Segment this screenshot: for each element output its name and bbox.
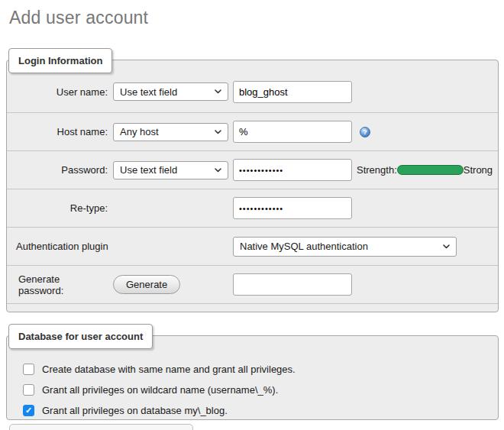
help-icon[interactable]: ?	[360, 127, 370, 137]
login-information-legend: Login Information	[8, 48, 112, 73]
next-section-legend-partial	[9, 424, 193, 430]
hostname-type-select-value: Any host	[120, 126, 159, 137]
retype-password-input[interactable]	[233, 197, 352, 219]
password-type-select[interactable]: Use text field	[113, 161, 228, 179]
chevron-down-icon	[215, 89, 221, 94]
database-for-user-account-legend: Database for user account	[8, 324, 153, 349]
create-database-label: Create database with same name and grant…	[42, 364, 296, 375]
generate-password-row: Generate password: Generate	[7, 266, 498, 304]
login-information-fieldset: Login Information User name: Use text fi…	[6, 60, 499, 312]
password-strength: Strength: Strong	[357, 164, 493, 176]
auth-plugin-label: Authentication plugin	[7, 241, 108, 252]
database-for-user-account-fieldset: Database for user account ✓ Create datab…	[6, 335, 499, 420]
strength-value: Strong	[464, 164, 493, 176]
chevron-down-icon	[215, 168, 221, 173]
auth-plugin-select-value: Native MySQL authentication	[240, 241, 368, 252]
hostname-input[interactable]	[233, 121, 352, 143]
generate-button[interactable]: Generate	[113, 275, 180, 294]
checkmark-icon: ✓	[25, 406, 32, 415]
wildcard-grant-label: Grant all privileges on wildcard name (u…	[42, 384, 278, 396]
generate-password-label: Generate password:	[7, 273, 108, 296]
hostname-row: Host name: Any host ?	[7, 113, 498, 151]
hostname-label: Host name:	[7, 126, 108, 137]
password-input[interactable]	[233, 159, 352, 181]
grant-database-label: Grant all privileges on database my\_blo…	[42, 405, 228, 416]
username-row: User name: Use text field	[7, 71, 498, 113]
retype-label: Re-type:	[7, 202, 108, 214]
retype-row: Re-type:	[7, 189, 498, 228]
hostname-type-select[interactable]: Any host	[113, 123, 228, 141]
wildcard-grant-option[interactable]: ✓ Grant all privileges on wildcard name …	[7, 380, 498, 400]
password-type-select-value: Use text field	[120, 164, 177, 176]
wildcard-grant-checkbox[interactable]: ✓	[23, 384, 34, 396]
help-glyph: ?	[363, 128, 367, 136]
create-database-checkbox[interactable]: ✓	[23, 364, 34, 375]
page-title: Add user account	[9, 0, 504, 28]
password-label: Password:	[7, 164, 108, 176]
generated-password-input[interactable]	[233, 273, 352, 296]
username-type-select-value: Use text field	[120, 86, 177, 98]
create-database-option[interactable]: ✓ Create database with same name and gra…	[7, 359, 498, 380]
username-input[interactable]	[233, 81, 352, 103]
username-label: User name:	[7, 86, 108, 98]
chevron-down-icon	[443, 244, 450, 249]
auth-plugin-select[interactable]: Native MySQL authentication	[233, 237, 457, 257]
username-type-select[interactable]: Use text field	[113, 82, 228, 101]
auth-plugin-row: Authentication plugin Native MySQL authe…	[7, 228, 498, 266]
grant-database-option[interactable]: ✓ Grant all privileges on database my\_b…	[7, 400, 498, 421]
grant-database-checkbox[interactable]: ✓	[23, 405, 34, 416]
password-row: Password: Use text field Strength: Stron…	[7, 151, 498, 189]
chevron-down-icon	[215, 130, 221, 134]
strength-label: Strength:	[357, 164, 397, 176]
password-strength-meter	[397, 165, 464, 175]
